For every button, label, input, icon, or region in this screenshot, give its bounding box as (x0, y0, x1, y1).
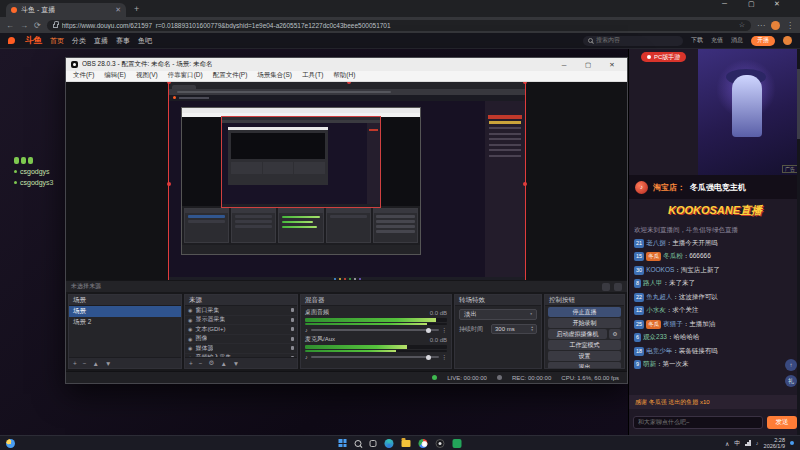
duration-spinner[interactable]: 300 ms ▴▾ (491, 324, 537, 334)
game-promo-ad[interactable]: 广告 (698, 49, 800, 175)
tab-close-icon[interactable]: ✕ (115, 6, 121, 14)
settings-button[interactable]: 设置 (548, 351, 621, 361)
start-button[interactable] (339, 439, 347, 447)
add-scene-button[interactable]: + (73, 360, 77, 367)
menu-scene-collection[interactable]: 场景集合(S) (252, 71, 297, 80)
visibility-eye-icon[interactable]: ◉ (188, 345, 192, 351)
extensions-icon[interactable]: ⋯ (757, 21, 765, 30)
menu-help[interactable]: 帮助(H) (328, 71, 360, 80)
site-search-input[interactable]: 搜索内容 (583, 36, 683, 46)
menu-view[interactable]: 视图(V) (131, 71, 163, 80)
channel-menu-icon[interactable]: ⋮ (442, 354, 448, 360)
weather-icon[interactable] (6, 439, 15, 448)
add-source-button[interactable]: + (189, 360, 193, 367)
chat-input[interactable] (633, 416, 763, 429)
channel-menu-icon[interactable]: ⋮ (442, 327, 448, 333)
scene-up-button[interactable]: ▲ (93, 360, 99, 367)
gift-shortcut-button[interactable]: 礼 (785, 375, 797, 387)
source-item[interactable]: ◉图像 (185, 335, 297, 345)
menu-tools[interactable]: 工具(T) (297, 71, 328, 80)
scene-down-button[interactable]: ▼ (105, 360, 111, 367)
lock-icon[interactable] (291, 318, 294, 322)
chrome-browser-icon[interactable] (419, 439, 428, 448)
nav-categories[interactable]: 分类 (72, 36, 86, 46)
volume-icon[interactable]: ♪ (756, 440, 759, 446)
site-logo[interactable]: 斗鱼 (25, 35, 42, 47)
transitions-dock-title[interactable]: 转场特效 (455, 295, 541, 306)
obs-preview-video[interactable] (169, 82, 525, 280)
obs-close-button[interactable]: ✕ (602, 58, 622, 71)
transition-select[interactable]: 淡出 ▾ (459, 309, 537, 320)
url-bar[interactable]: https://www.douyu.com/621597_r=0.0188931… (47, 20, 751, 31)
browser-menu-icon[interactable]: ⋮ (786, 21, 794, 30)
go-live-button[interactable]: 开播 (751, 36, 775, 46)
visibility-eye-icon[interactable]: ◉ (188, 317, 192, 323)
controls-dock-title[interactable]: 控制按钮 (545, 295, 624, 306)
window-minimize-button[interactable]: ─ (722, 0, 748, 17)
lock-icon[interactable] (291, 356, 294, 357)
header-download-link[interactable]: 下载 (691, 36, 703, 45)
scroll-top-button[interactable]: ↑ (785, 359, 797, 371)
browser-profile-avatar[interactable] (771, 21, 780, 30)
stop-streaming-button[interactable]: 停止直播 (548, 307, 621, 317)
clock[interactable]: 2:28 2026/1/9 (764, 437, 785, 450)
lock-icon[interactable] (291, 346, 294, 350)
lock-icon[interactable] (291, 308, 294, 312)
source-item[interactable]: ◉窗口采集 (185, 306, 297, 316)
nav-forum[interactable]: 鱼吧 (138, 36, 152, 46)
shop-ad-banner[interactable]: ♪ 淘宝店：冬瓜强电竞主机 (629, 175, 800, 199)
menu-docks[interactable]: 停靠窗口(D) (163, 71, 208, 80)
obs-maximize-button[interactable]: ▢ (578, 58, 598, 71)
chat-message-list[interactable]: 欢迎来到直播间，斗鱼倡导绿色直播 21老八捌：主播今天开黑吗 15冬瓜冬瓜粉：6… (634, 225, 796, 391)
window-maximize-button[interactable]: ▢ (748, 0, 774, 17)
lock-icon[interactable] (291, 327, 294, 331)
send-button[interactable]: 发送 (767, 416, 797, 429)
kook-app-icon[interactable] (453, 439, 462, 448)
visibility-eye-icon[interactable]: ◉ (188, 355, 192, 357)
studio-mode-button[interactable]: 工作室模式 (548, 340, 621, 350)
start-recording-button[interactable]: 开始录制 (548, 318, 621, 328)
source-item[interactable]: ◉文本(GDI+) (185, 325, 297, 335)
network-icon[interactable] (745, 440, 751, 446)
header-recharge-link[interactable]: 充值 (711, 36, 723, 45)
file-explorer-icon[interactable] (402, 440, 411, 447)
nav-home[interactable]: 首页 (50, 36, 64, 46)
source-item[interactable]: ◉显示器采集 (185, 316, 297, 326)
source-item[interactable]: ◉媒体源 (185, 344, 297, 354)
preview-lock-icon[interactable] (602, 283, 610, 291)
task-view-icon[interactable] (370, 440, 377, 447)
volume-slider[interactable] (311, 356, 439, 358)
bookmark-star-icon[interactable]: ☆ (739, 21, 745, 29)
source-item[interactable]: ◉音频输入采集 (185, 354, 297, 358)
scenes-dock-title[interactable]: 场景 (69, 295, 181, 306)
scene-item-selected[interactable]: 场景 (69, 306, 181, 317)
ime-indicator[interactable]: 中 (734, 439, 740, 448)
scene-item[interactable]: 场景 2 (69, 317, 181, 328)
reload-icon[interactable]: ⟳ (34, 21, 41, 30)
source-properties-button[interactable]: ⚙ (209, 359, 215, 367)
user-avatar[interactable] (783, 36, 792, 45)
header-messages-link[interactable]: 消息 (731, 36, 743, 45)
visibility-eye-icon[interactable]: ◉ (188, 307, 192, 313)
lock-icon[interactable] (291, 337, 294, 341)
window-close-button[interactable]: ✕ (774, 0, 800, 17)
back-icon[interactable]: ← (6, 21, 14, 30)
remove-source-button[interactable]: − (199, 360, 203, 367)
tray-expand-icon[interactable]: ∧ (725, 440, 729, 447)
edge-browser-icon[interactable] (385, 439, 394, 448)
nav-esports[interactable]: 赛事 (116, 36, 130, 46)
remove-scene-button[interactable]: − (83, 360, 87, 367)
volume-slider[interactable] (311, 329, 439, 331)
obs-taskbar-icon[interactable] (436, 439, 445, 448)
forward-icon[interactable]: → (20, 21, 28, 30)
visibility-eye-icon[interactable]: ◉ (188, 336, 192, 342)
new-tab-button[interactable]: + (134, 4, 139, 14)
speaker-icon[interactable]: ♪ (305, 354, 308, 360)
menu-profile[interactable]: 配置文件(P) (208, 71, 253, 80)
source-up-button[interactable]: ▲ (220, 360, 226, 367)
exit-button[interactable]: 退出 (548, 362, 621, 368)
pc-game-button[interactable]: PC版手游 (641, 52, 686, 62)
sources-dock-title[interactable]: 来源 (185, 295, 297, 306)
mixer-dock-title[interactable]: 混音器 (301, 295, 451, 306)
virtual-camera-button[interactable]: 启动虚拟摄像机 (548, 329, 607, 339)
